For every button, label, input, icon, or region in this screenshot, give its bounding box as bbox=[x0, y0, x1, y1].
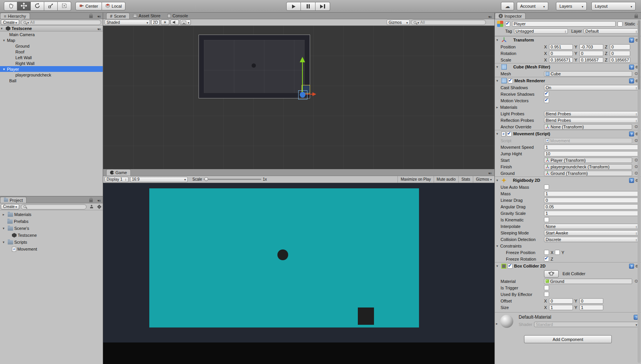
project-item-scripts[interactable]: Scripts bbox=[0, 239, 103, 246]
object-reference-field[interactable]: None (Transform) bbox=[544, 124, 632, 130]
hierarchy-item-main-camera[interactable]: Main Camera bbox=[0, 32, 103, 37]
text-value-field[interactable]: 1 bbox=[544, 191, 639, 196]
enum-dropdown[interactable]: On bbox=[544, 85, 639, 90]
component-enabled-checkbox[interactable] bbox=[508, 78, 513, 83]
layers-dropdown[interactable]: Layers bbox=[556, 2, 587, 10]
panel-menu-icon[interactable] bbox=[97, 27, 100, 31]
foldout-arrow-icon[interactable] bbox=[3, 240, 7, 244]
object-reference-field[interactable]: Cube bbox=[544, 71, 632, 76]
scene-viewport[interactable] bbox=[103, 26, 494, 169]
text-value-field[interactable]: 1 bbox=[544, 211, 639, 216]
axis-value-field[interactable]: 1 bbox=[579, 305, 603, 310]
scene-search-input[interactable]: All bbox=[411, 20, 486, 25]
panel-menu-icon[interactable] bbox=[488, 171, 491, 175]
component-header-box-collider-2d[interactable]: Box Collider 2D bbox=[495, 262, 641, 269]
hierarchy-item-player[interactable]: Player bbox=[0, 66, 103, 72]
property-checkbox[interactable] bbox=[544, 217, 549, 222]
scene-ball[interactable] bbox=[252, 63, 256, 68]
rect-tool-button[interactable] bbox=[58, 2, 71, 11]
scale-slider[interactable] bbox=[204, 179, 261, 180]
axis-value-field[interactable]: -0.703 bbox=[579, 44, 603, 50]
aspect-ratio-dropdown[interactable]: 16:9 bbox=[130, 177, 188, 182]
move-gizmo-x-arrowhead[interactable] bbox=[312, 92, 316, 96]
tab-hierarchy[interactable]: ≡ Hierarchy bbox=[0, 13, 30, 19]
tab-inspector[interactable]: Inspector bbox=[495, 13, 526, 19]
property-checkbox[interactable] bbox=[544, 292, 549, 297]
playergroundcheck-gizmo[interactable] bbox=[300, 92, 305, 98]
inspector-scrollbar[interactable] bbox=[638, 20, 641, 363]
cloud-button[interactable]: ☁ bbox=[501, 2, 514, 10]
stats-button[interactable]: Stats bbox=[458, 176, 473, 183]
text-value-field[interactable]: 10 bbox=[544, 151, 639, 156]
add-component-button[interactable]: Add Component bbox=[524, 335, 612, 343]
enum-dropdown[interactable]: Blend Probes bbox=[544, 118, 639, 123]
component-header-cube-mesh-filter-[interactable]: Cube (Mesh Filter) bbox=[495, 63, 641, 70]
scale-tool-button[interactable] bbox=[44, 2, 58, 11]
project-item-testscene[interactable]: Testscene bbox=[0, 232, 103, 239]
axis-value-field[interactable]: 0 bbox=[610, 44, 630, 50]
scene-effects-button[interactable] bbox=[180, 20, 191, 25]
hierarchy-item-left-wall[interactable]: Left Wall bbox=[0, 55, 103, 60]
account-dropdown[interactable]: Account bbox=[517, 2, 548, 10]
toggle-2d-button[interactable]: 2D bbox=[151, 20, 160, 25]
freeze-axis-checkbox-y[interactable] bbox=[555, 250, 560, 255]
tab-scene[interactable]: Scene bbox=[106, 13, 130, 19]
foldout-arrow-icon[interactable] bbox=[3, 67, 7, 71]
scale-slider-knob[interactable] bbox=[204, 177, 208, 181]
lock-icon[interactable] bbox=[89, 15, 93, 18]
foldout-arrow-icon[interactable] bbox=[496, 264, 500, 268]
hierarchy-item-ball[interactable]: Ball bbox=[0, 78, 103, 83]
hierarchy-item-ground[interactable]: Ground bbox=[0, 43, 103, 49]
axis-value-field[interactable]: 0.951 bbox=[549, 44, 573, 50]
project-item-movement[interactable]: Movement bbox=[0, 246, 103, 253]
object-reference-field[interactable]: Ground bbox=[544, 279, 632, 284]
axis-value-field[interactable]: 1 bbox=[549, 305, 573, 310]
axis-value-field[interactable]: 0 bbox=[579, 298, 603, 304]
component-enabled-checkbox[interactable] bbox=[507, 131, 512, 136]
pause-button[interactable] bbox=[301, 2, 315, 11]
panel-menu-icon[interactable] bbox=[488, 14, 491, 19]
panel-menu-icon[interactable] bbox=[97, 14, 100, 18]
enum-dropdown[interactable]: Blend Probes bbox=[544, 111, 639, 116]
hierarchy-search-input[interactable]: All bbox=[21, 20, 101, 25]
project-search-input[interactable] bbox=[21, 204, 87, 209]
tab-console[interactable]: Console bbox=[164, 13, 191, 19]
draw-mode-dropdown[interactable]: Shaded bbox=[105, 20, 150, 25]
foldout-arrow-icon[interactable] bbox=[3, 213, 7, 216]
foldout-arrow-icon[interactable] bbox=[3, 38, 7, 42]
layer-dropdown[interactable]: Default bbox=[584, 28, 639, 34]
help-book-icon[interactable] bbox=[629, 264, 634, 269]
enum-dropdown[interactable]: Discrete bbox=[544, 237, 639, 242]
lock-icon[interactable] bbox=[634, 15, 638, 18]
tag-dropdown[interactable]: Untagged bbox=[514, 28, 568, 34]
panel-menu-icon[interactable] bbox=[97, 198, 100, 203]
axis-value-field[interactable]: 0.185657 bbox=[579, 57, 603, 63]
game-viewport[interactable] bbox=[103, 183, 494, 364]
property-checkbox[interactable] bbox=[544, 91, 549, 96]
foldout-arrow-icon[interactable] bbox=[496, 38, 500, 42]
rotate-tool-button[interactable] bbox=[31, 2, 44, 11]
game-gizmos-dropdown[interactable]: Gizmos bbox=[473, 176, 494, 183]
component-enabled-checkbox[interactable] bbox=[507, 264, 512, 269]
hierarchy-item-map[interactable]: Map bbox=[0, 37, 103, 43]
axis-value-field[interactable]: 0 bbox=[579, 51, 603, 56]
foldout-arrow-icon[interactable] bbox=[496, 132, 500, 136]
foldout-arrow-icon[interactable] bbox=[1, 27, 5, 30]
static-checkbox[interactable] bbox=[618, 22, 623, 27]
object-reference-field[interactable]: Movement bbox=[544, 138, 632, 143]
component-header-movement-script-[interactable]: Movement (Script) bbox=[495, 130, 641, 137]
text-value-field[interactable]: 1 bbox=[544, 145, 639, 150]
foldout-arrow-icon[interactable] bbox=[496, 65, 500, 69]
help-book-icon[interactable] bbox=[629, 38, 634, 43]
foldout-arrow-icon[interactable] bbox=[3, 226, 7, 230]
display-dropdown[interactable]: Display 1 bbox=[105, 177, 129, 182]
foldout-arrow-icon[interactable] bbox=[496, 244, 500, 248]
project-item-scene-s[interactable]: Scene's bbox=[0, 225, 103, 232]
foldout-arrow-icon[interactable] bbox=[496, 178, 500, 182]
scene-gizmos-dropdown[interactable]: Gizmos bbox=[387, 20, 410, 25]
object-reference-field[interactable]: Player (Transform) bbox=[544, 158, 632, 163]
enum-dropdown[interactable]: None bbox=[544, 224, 639, 229]
move-gizmo-y-axis[interactable] bbox=[302, 62, 303, 94]
axis-value-field[interactable]: 0 bbox=[549, 298, 573, 304]
layout-dropdown[interactable]: Layout bbox=[591, 2, 636, 10]
